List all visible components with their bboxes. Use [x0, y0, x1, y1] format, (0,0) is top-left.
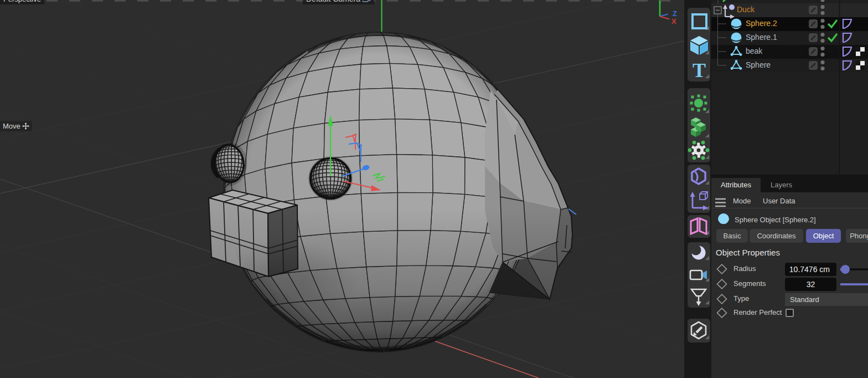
svg-text:X: X	[671, 17, 676, 25]
svg-text:T: T	[693, 59, 706, 81]
svg-text:Z: Z	[673, 9, 677, 18]
